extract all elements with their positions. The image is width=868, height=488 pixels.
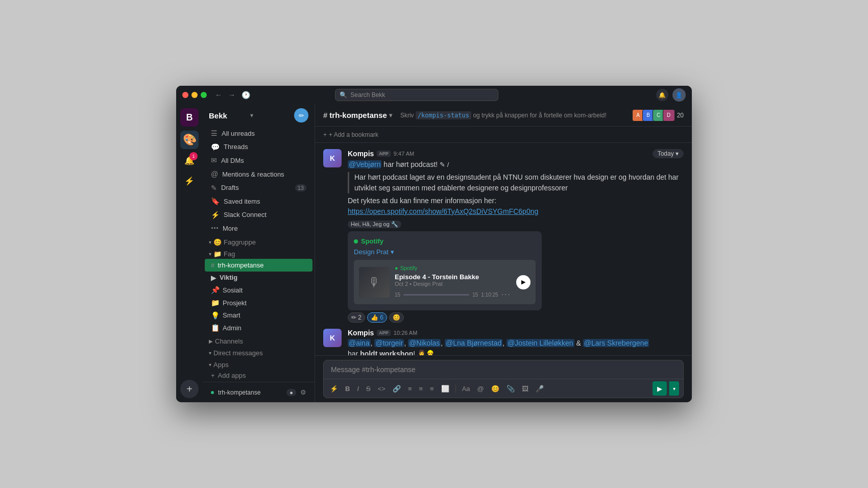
apps-section[interactable]: ▾ Apps	[203, 358, 315, 370]
msg-app-badge-1: APP	[377, 151, 391, 157]
compose-area: Message #trh-kompetanse ⚡ B I S <> 🔗 ≡ ≡…	[315, 355, 692, 402]
nav-item-dms[interactable]: ✉ All DMs	[205, 154, 312, 167]
faggruppe-section[interactable]: ▾ 😊 Faggruppe	[203, 235, 315, 247]
back-button[interactable]: ←	[213, 90, 224, 100]
image-tool[interactable]: 🖼	[520, 384, 531, 394]
spotify-playlist-title[interactable]: Design Prat ▾	[354, 248, 536, 256]
nav-item-more[interactable]: ··· More	[205, 222, 312, 235]
msg-time-2: 10:26 AM	[394, 330, 417, 336]
workspace-icon[interactable]: B	[180, 108, 199, 127]
direct-messages-section[interactable]: ▾ Direct messages	[203, 346, 315, 358]
msg-text-suffix-1: har hørt podcast!	[383, 160, 440, 168]
user-avatar[interactable]: 👤	[672, 88, 686, 102]
home-icon-btn[interactable]: 🎨	[180, 131, 199, 149]
channel-status-bar[interactable]: trh-kompetanse ● ⚙	[207, 386, 310, 398]
list-bullet-tool[interactable]: ≡	[406, 384, 414, 394]
nav-item-mentions[interactable]: @ Mentions & reactions	[205, 167, 312, 181]
forward-button[interactable]: →	[226, 90, 237, 100]
skip-fwd-btn[interactable]: 15	[472, 292, 478, 298]
spotify-progress-bar[interactable]	[403, 294, 469, 296]
nav-item-threads[interactable]: 💬 Threads	[205, 140, 312, 154]
sosialt-icon: 📌	[211, 286, 220, 294]
compose-button[interactable]: ✏	[294, 108, 308, 123]
ux-icon: 🎨	[183, 133, 197, 147]
channel-smart[interactable]: 💡 Smart	[205, 309, 312, 322]
nav-item-connect[interactable]: ⚡ Slack Connect	[205, 208, 312, 222]
prosjekt-icon: 📁	[211, 299, 220, 307]
close-button[interactable]	[182, 92, 188, 98]
bold-tool[interactable]: B	[343, 384, 352, 394]
code-tool[interactable]: <>	[376, 384, 388, 394]
compose-divider	[455, 384, 456, 393]
indent-tool[interactable]: ≡	[428, 384, 436, 394]
strikethrough-tool[interactable]: S	[364, 384, 373, 394]
format-tool[interactable]: Aa	[460, 384, 472, 394]
channel-prosjekt[interactable]: 📁 Prosjekt	[205, 297, 312, 309]
admin-icon: 📋	[211, 324, 220, 332]
minimize-button[interactable]	[191, 92, 198, 98]
msg-header-1: Kompis APP 9:47 AM Today ▾	[348, 149, 684, 158]
msg-app-badge-2: APP	[377, 330, 391, 336]
member-count[interactable]: 20	[677, 112, 684, 119]
shortcuts-icon-btn[interactable]: ⚡	[180, 172, 199, 190]
hash-icon: #	[211, 261, 214, 269]
compose-input[interactable]: Message #trh-kompetanse	[324, 360, 683, 379]
spotify-link[interactable]: https://open.spotify.com/show/6TyAxQ2sDi…	[348, 207, 538, 215]
channel-admin[interactable]: 📋 Admin	[205, 322, 312, 334]
reaction-smile[interactable]: 😊	[389, 312, 404, 323]
skip-back-btn[interactable]: 15	[395, 292, 400, 298]
workspace-name[interactable]: Bekk	[209, 111, 250, 120]
reaction-pencil[interactable]: ✏ 2	[348, 312, 365, 323]
audio-tool[interactable]: 🎤	[534, 384, 546, 394]
lightning-tool[interactable]: ⚡	[328, 384, 340, 394]
header-avatars: A B C D 20	[634, 109, 684, 121]
msg-link[interactable]: https://open.spotify.com/show/6TyAxQ2sDi…	[348, 206, 684, 217]
send-more-button[interactable]: ▾	[669, 381, 679, 396]
search-bar[interactable]: 🔍 Search Bekk	[335, 89, 498, 101]
add-bookmark-button[interactable]: + + Add a bookmark	[323, 131, 378, 138]
link-tool[interactable]: 🔗	[391, 384, 403, 394]
emoji-note: ✎ /	[440, 161, 449, 168]
settings-icon[interactable]: ⚙	[300, 388, 306, 396]
notifications-icon-btn[interactable]: 🔔 1	[180, 151, 199, 169]
spotify-more-btn[interactable]: ···	[501, 290, 511, 299]
reaction-thumbsup[interactable]: 👍 6	[367, 312, 387, 323]
activity-button[interactable]: 🔔	[656, 89, 668, 101]
add-workspace-button[interactable]: +	[180, 380, 199, 398]
channel-trh-kompetanse[interactable]: # trh-kompetanse	[205, 259, 312, 272]
message-group-1: K Kompis APP 9:47 AM Today ▾ @Vebjørn ha…	[323, 149, 684, 323]
channels-section[interactable]: ▶ Channels	[203, 334, 315, 346]
spotify-logo: ● Spotify	[395, 265, 511, 271]
send-button[interactable]: ▶	[653, 381, 667, 396]
list-number-tool[interactable]: ≡	[417, 384, 425, 394]
mention-lna: @Lna Bjørnestad	[445, 339, 502, 347]
mention-torgeir: @torgeir	[374, 339, 404, 347]
unreads-label: All unreads	[222, 130, 306, 137]
italic-tool[interactable]: I	[355, 384, 361, 394]
connect-label: Slack Connect	[224, 211, 306, 218]
maximize-button[interactable]	[201, 92, 207, 98]
spotify-play-btn[interactable]: ▶	[516, 275, 531, 289]
nav-item-drafts[interactable]: ✎ Drafts 13	[205, 181, 312, 194]
channel-viktig[interactable]: ▶ Viktig	[205, 272, 312, 284]
today-badge[interactable]: Today ▾	[653, 149, 684, 158]
channel-sosialt[interactable]: 📌 Sosialt	[205, 284, 312, 297]
attach-tool[interactable]: 📎	[504, 384, 517, 394]
add-apps-item[interactable]: + Add apps	[205, 370, 312, 382]
channel-dropdown-icon[interactable]: ▾	[389, 112, 392, 119]
threads-icon: 💬	[211, 143, 220, 151]
mention-tool[interactable]: @	[475, 384, 486, 394]
nav-item-saved[interactable]: 🔖 Saved items	[205, 194, 312, 208]
emoji-tool[interactable]: 😊	[489, 384, 501, 394]
nav-item-unreads[interactable]: ☰ All unreads	[205, 127, 312, 140]
spotify-info: ● Spotify Episode 4 - Torstein Bakke Oct…	[395, 265, 511, 299]
workspace-dropdown-icon[interactable]: ▾	[250, 112, 253, 119]
nav-buttons: ← → 🕐	[213, 90, 252, 100]
history-button[interactable]: 🕐	[239, 90, 252, 100]
fag-section[interactable]: ▾ 📁 Fag	[203, 247, 315, 259]
block-tool[interactable]: ⬜	[439, 384, 451, 394]
compose-box: Message #trh-kompetanse ⚡ B I S <> 🔗 ≡ ≡…	[323, 360, 684, 398]
app-window: ← → 🕐 🔍 Search Bekk 🔔 👤 B 🎨 🔔 1 ⚡	[176, 86, 692, 402]
msg-header-2: Kompis APP 10:26 AM	[348, 329, 684, 337]
status-toggle[interactable]: ●	[286, 389, 296, 396]
